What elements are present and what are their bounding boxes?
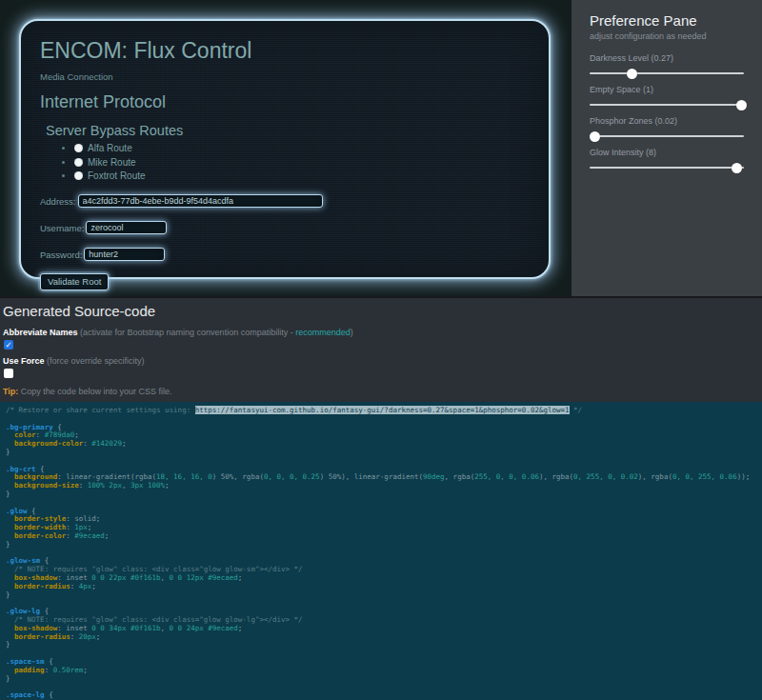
code-token: 100% 2px [88,481,122,490]
code-token: )) [737,472,746,481]
code-token: } [6,640,10,649]
code-token: background [6,472,57,481]
code-token: box-shadow [6,573,57,582]
code-token: solid [74,514,96,523]
route-radio[interactable] [74,158,83,167]
code-token: ; [83,666,88,674]
abbreviate-names-recommended-link[interactable]: recommended [295,328,351,337]
code-token: background-size [6,481,79,490]
code-token: ; [96,632,101,641]
code-token: , [161,573,170,582]
code-token: : [36,430,45,439]
route-label: Mike Route [88,157,136,168]
preferences-title: Preference Pane [590,12,744,29]
code-token: border-radius [6,582,70,590]
preferences-subtitle: adjust configuration as needed [590,31,744,41]
phosphor-slider-track[interactable] [590,135,744,137]
fieldset-legend: Server Bypass Routes [46,123,530,138]
terminal-stage: ENCOM: Flux Control Media Connection Int… [0,0,572,296]
glow-slider-label: Glow Intensity (8) [590,148,744,157]
slider-stack: Darkness Level (0.27)Empty Space (1)Phos… [590,53,744,169]
abbreviate-names-checkbox[interactable]: ✓ [4,340,13,350]
code-token: } [6,590,10,599]
use-force-checkbox[interactable] [4,369,13,378]
username-row: Username: [40,221,530,234]
phosphor-slider-label: Phosphor Zones (0.02) [590,116,744,126]
code-token: : [57,472,66,481]
route-radio[interactable] [74,144,83,152]
code-token: #9ecaed [74,531,105,540]
password-label: Password: [40,250,82,260]
space-slider-label: Empty Space (1) [590,85,744,94]
code-token: ; [238,624,243,632]
darkness-slider-label: Darkness Level (0.27) [590,53,744,63]
code-token: /* Restore or share current settings usi… [6,406,195,414]
address-input[interactable] [78,194,323,208]
abbreviate-names-option: Abbreviate Names (activate for Bootstrap… [3,328,762,350]
code-token: ) 50%), linear-gradient( [320,472,423,481]
code-token: 20px [79,632,96,641]
generated-css-code[interactable]: /* Restore or share current settings usi… [0,402,762,700]
code-token: ; [74,430,79,439]
route-item: Foxtrot Route [74,170,530,181]
use-force-option: Use Force (force override specificity) [3,356,762,378]
darkness-slider-track[interactable] [590,72,744,74]
code-token: { [45,657,53,666]
code-token: { [53,423,62,431]
space-slider-track[interactable] [590,104,744,106]
code-token: 3px 100% [130,481,165,490]
phosphor-slider-group: Phosphor Zones (0.02) [590,116,744,137]
abbreviate-names-note: (activate for Bootstrap naming conventio… [78,328,296,337]
code-token: /* NOTE: requires "glow" class: <div cla… [6,565,303,573]
use-force-option-label-row: Use Force (force override specificity) [3,356,762,366]
code-token: 0, 0, 0, 0.25 [264,472,320,481]
password-input[interactable] [84,248,165,261]
code-token: , [161,624,170,632]
code-token: 1px [74,523,88,531]
code-token: ; [88,523,92,531]
glow-slider-thumb[interactable] [732,163,742,173]
use-force-note: (force override specificity) [45,356,145,366]
code-token: .glow [6,507,28,515]
code-token: 18, 16, 16, 0 [156,472,212,481]
abbreviate-names-note-close: ) [351,328,353,337]
phosphor-slider-thumb[interactable] [590,131,600,142]
code-token: background-color [6,439,83,448]
code-token: ; [105,531,110,540]
code-token: : [83,439,91,448]
code-token: } [6,448,10,456]
code-token: ) 50%, rgba( [212,472,264,481]
code-token: 0, 0, 255, 0.06 [672,472,737,481]
route-label: Foxtrot Route [88,170,146,181]
code-token: /* NOTE: requires "glow" class: <div cla… [6,615,303,624]
abbreviate-names-label: Abbreviate Names [3,328,78,337]
glow-slider-track[interactable] [590,167,744,169]
code-token: : [79,481,88,490]
code-token: */ [570,406,583,414]
code-token: padding [6,666,45,674]
code-token: , [122,481,130,490]
code-token: : [66,523,74,531]
code-token: linear-gradient(rgba( [66,472,156,481]
code-token: ; [746,472,751,481]
route-radio[interactable] [74,171,83,180]
code-token: ; [122,439,127,448]
code-token: box-shadow [6,624,57,632]
code-token: 0.50rem [53,666,84,674]
tip-body: Copy the code below into your CSS file. [18,387,171,396]
code-token: .bg-primary [6,423,53,431]
code-token: .glow-sm [6,556,40,565]
top-split: ENCOM: Flux Control Media Connection Int… [0,0,762,296]
username-input[interactable] [86,221,167,234]
address-label: Address: [40,196,76,207]
darkness-slider-thumb[interactable] [627,69,637,79]
code-token: , rgba( [445,472,475,481]
space-slider-thumb[interactable] [736,100,747,110]
code-token: border-color [6,531,66,540]
code-token: 0 0 12px #9ecaed [170,573,238,582]
code-token: ; [96,514,101,523]
flux-control-panel: ENCOM: Flux Control Media Connection Int… [19,19,551,279]
code-token: } [6,540,10,549]
validate-root-button[interactable]: Validate Root [40,273,109,290]
code-token: : [70,632,79,641]
